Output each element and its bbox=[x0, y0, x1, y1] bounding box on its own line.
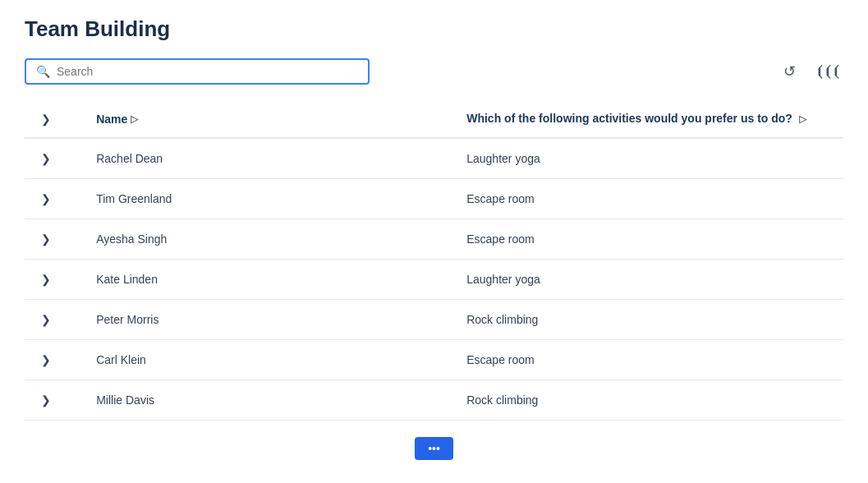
row-expand-cell: ❯ bbox=[25, 300, 83, 340]
row-activity-cell: Rock climbing bbox=[453, 300, 843, 340]
row-expand-button[interactable]: ❯ bbox=[38, 392, 54, 408]
pagination-button[interactable]: ••• bbox=[415, 437, 453, 460]
table-row: ❯ Millie Davis Rock climbing bbox=[25, 380, 843, 421]
row-name-cell: Ayesha Singh bbox=[83, 219, 453, 260]
row-expand-button[interactable]: ❯ bbox=[38, 271, 54, 288]
table-row: ❯ Tim Greenland Escape room bbox=[25, 179, 843, 219]
th-name: Name ▷ bbox=[83, 101, 453, 138]
data-table: ❯ Name ▷ Which of the following activiti… bbox=[25, 101, 843, 421]
row-name-cell: Tim Greenland bbox=[83, 179, 453, 219]
row-activity-cell: Escape room bbox=[453, 179, 843, 219]
sort-activity-icon[interactable]: ▷ bbox=[799, 113, 806, 125]
row-name-cell: Kate Linden bbox=[83, 260, 453, 300]
page-title: Team Building bbox=[25, 16, 843, 42]
row-expand-cell: ❯ bbox=[25, 340, 83, 380]
th-name-label: Name bbox=[96, 113, 127, 126]
toolbar-actions: ↺ ⦗⦗⦗ bbox=[780, 59, 843, 84]
columns-icon: ⦗⦗⦗ bbox=[815, 62, 840, 80]
th-activity-label: Which of the following activities would … bbox=[466, 112, 792, 125]
table-row: ❯ Ayesha Singh Escape room bbox=[25, 219, 843, 260]
row-activity-cell: Escape room bbox=[453, 340, 843, 380]
row-expand-button[interactable]: ❯ bbox=[38, 191, 54, 207]
table-row: ❯ Rachel Dean Laughter yoga bbox=[25, 138, 843, 179]
search-icon: 🔍 bbox=[36, 65, 50, 78]
sort-name-button[interactable]: Name ▷ bbox=[96, 113, 138, 126]
row-expand-button[interactable]: ❯ bbox=[38, 311, 54, 328]
table-row: ❯ Peter Morris Rock climbing bbox=[25, 300, 843, 340]
th-expand: ❯ bbox=[25, 101, 83, 138]
row-expand-cell: ❯ bbox=[25, 380, 83, 421]
table-header-row: ❯ Name ▷ Which of the following activiti… bbox=[25, 101, 843, 138]
row-name-cell: Rachel Dean bbox=[83, 138, 453, 179]
row-name-cell: Carl Klein bbox=[83, 340, 453, 380]
row-expand-cell: ❯ bbox=[25, 260, 83, 300]
row-expand-cell: ❯ bbox=[25, 138, 83, 179]
row-expand-cell: ❯ bbox=[25, 179, 83, 219]
toolbar: 🔍 ↺ ⦗⦗⦗ bbox=[25, 58, 843, 85]
row-activity-cell: Escape room bbox=[453, 219, 843, 260]
row-activity-cell: Laughter yoga bbox=[453, 260, 843, 300]
refresh-icon: ↺ bbox=[783, 62, 796, 80]
row-expand-button[interactable]: ❯ bbox=[38, 150, 54, 167]
row-expand-button[interactable]: ❯ bbox=[38, 231, 54, 247]
table-row: ❯ Carl Klein Escape room bbox=[25, 340, 843, 380]
refresh-button[interactable]: ↺ bbox=[780, 59, 799, 84]
row-expand-cell: ❯ bbox=[25, 219, 83, 260]
row-expand-button[interactable]: ❯ bbox=[38, 352, 54, 368]
search-input[interactable] bbox=[57, 65, 358, 78]
columns-button[interactable]: ⦗⦗⦗ bbox=[812, 59, 843, 84]
row-activity-cell: Rock climbing bbox=[453, 380, 843, 421]
pagination: ••• bbox=[25, 437, 843, 460]
table-row: ❯ Kate Linden Laughter yoga bbox=[25, 260, 843, 300]
sort-name-icon: ▷ bbox=[131, 113, 138, 125]
row-name-cell: Millie Davis bbox=[83, 380, 453, 421]
search-container: 🔍 bbox=[25, 58, 370, 85]
row-activity-cell: Laughter yoga bbox=[453, 138, 843, 179]
row-name-cell: Peter Morris bbox=[83, 300, 453, 340]
th-activity: Which of the following activities would … bbox=[453, 101, 843, 138]
expand-all-button[interactable]: ❯ bbox=[38, 111, 54, 127]
